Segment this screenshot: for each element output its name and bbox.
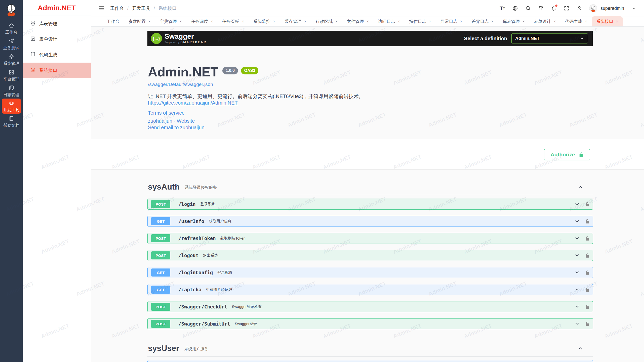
- tab-close-icon[interactable]: ×: [585, 19, 587, 24]
- operation-row[interactable]: POST /Swagger/SubmitUrl Swagger登录: [147, 318, 593, 329]
- chevron-down-icon[interactable]: [574, 304, 580, 309]
- operation-row[interactable]: GET /captcha 生成图片验证码: [147, 284, 593, 295]
- chevron-down-icon[interactable]: [574, 201, 580, 207]
- lock-icon[interactable]: [585, 287, 589, 292]
- tab-close-icon[interactable]: ×: [335, 19, 338, 24]
- tab-item[interactable]: 表单设计×: [529, 16, 560, 26]
- terms-link[interactable]: Terms of service: [148, 110, 185, 116]
- method-badge: GET: [151, 286, 170, 294]
- lock-icon[interactable]: [585, 304, 589, 309]
- notification-icon[interactable]: [551, 5, 557, 11]
- tab-close-icon[interactable]: ×: [616, 19, 618, 24]
- tab-item[interactable]: 操作日志×: [405, 16, 436, 26]
- tab-item[interactable]: 字典管理×: [155, 16, 186, 26]
- tab-item[interactable]: 库表管理×: [498, 16, 529, 26]
- tab-close-icon[interactable]: ×: [148, 19, 151, 24]
- rail-item-book[interactable]: 帮助文档: [0, 114, 23, 129]
- submenu-item-database[interactable]: 库表管理: [23, 16, 91, 31]
- user-caret-icon[interactable]: [631, 5, 637, 11]
- lock-icon[interactable]: [585, 219, 589, 224]
- tab-item[interactable]: 行政区域×: [311, 16, 342, 26]
- tab-close-icon[interactable]: ×: [367, 19, 369, 24]
- operation-row[interactable]: POST /login 登录系统: [147, 199, 593, 210]
- rail-item-send[interactable]: 业务测试: [0, 36, 23, 52]
- chevron-up-icon[interactable]: [578, 346, 583, 351]
- lock-icon[interactable]: [585, 253, 589, 258]
- tab-item[interactable]: 代码生成×: [560, 16, 592, 26]
- tab-close-icon[interactable]: ×: [522, 19, 525, 24]
- spec-url-link[interactable]: /swagger/Default/swagger.json: [148, 81, 213, 87]
- tab-item[interactable]: 工作台: [102, 16, 124, 26]
- language-icon[interactable]: [512, 5, 518, 11]
- unlock-icon: [579, 152, 583, 157]
- fullscreen-icon[interactable]: [564, 5, 570, 11]
- chevron-down-icon[interactable]: [574, 287, 580, 292]
- lock-icon[interactable]: [585, 236, 589, 241]
- operation-row[interactable]: POST /refreshToken 获取刷新Token: [147, 233, 593, 244]
- chevron-up-icon[interactable]: [578, 184, 583, 190]
- tab-close-icon[interactable]: ×: [179, 19, 182, 24]
- tag-header-sysAuth[interactable]: sysAuth 系统登录授权服务: [147, 179, 593, 195]
- tab-item[interactable]: 任务调度×: [186, 16, 218, 26]
- tab-item[interactable]: 文件管理×: [342, 16, 374, 26]
- repo-link[interactable]: https://gitee.com/zuohuaijun/Admin.NET: [148, 100, 238, 106]
- collapse-menu-icon[interactable]: [98, 5, 105, 12]
- tab-close-icon[interactable]: ×: [460, 19, 462, 24]
- tab-close-icon[interactable]: ×: [211, 19, 213, 24]
- chevron-down-icon[interactable]: [574, 218, 580, 224]
- operation-row[interactable]: GET /loginConfig 登录配置: [147, 267, 593, 278]
- lock-icon[interactable]: [585, 270, 589, 275]
- submenu-item-form[interactable]: 表单设计: [23, 31, 91, 47]
- chevron-down-icon[interactable]: [574, 270, 580, 275]
- tab-item[interactable]: 差异日志×: [467, 16, 498, 26]
- definition-select[interactable]: Admin.NET: [511, 33, 588, 43]
- rail-item-home[interactable]: 工作台: [0, 21, 23, 36]
- tab-close-icon[interactable]: ×: [491, 19, 494, 24]
- tab-item[interactable]: 系统接口×: [592, 16, 623, 26]
- email-link[interactable]: Send email to zuohuaijun: [148, 124, 205, 131]
- app-logo[interactable]: [0, 0, 23, 20]
- chevron-down-icon[interactable]: [574, 236, 580, 241]
- rail-item-gear[interactable]: 系统管理: [0, 52, 23, 67]
- chevron-down-icon[interactable]: [574, 253, 580, 258]
- tab-item[interactable]: 异常日志×: [436, 16, 467, 26]
- tab-item[interactable]: 缓存管理×: [280, 16, 311, 26]
- tab-close-icon[interactable]: ×: [273, 19, 275, 24]
- tab-close-icon[interactable]: ×: [429, 19, 431, 24]
- tab-item[interactable]: 访问日志×: [374, 16, 405, 26]
- rail-item-chip[interactable]: 开发工具: [2, 99, 21, 114]
- username[interactable]: superadmin: [600, 6, 624, 11]
- tab-close-icon[interactable]: ×: [304, 19, 307, 24]
- authorize-button[interactable]: Authorize: [544, 149, 590, 160]
- breadcrumb-item[interactable]: 开发工具: [132, 5, 150, 11]
- operation-row[interactable]: GET /userInfo 获取用户信息: [147, 216, 593, 227]
- operation-path: /Swagger/CheckUrl: [178, 304, 227, 309]
- tab-item[interactable]: 任务看板×: [218, 16, 249, 26]
- search-icon[interactable]: [525, 5, 531, 11]
- theme-icon[interactable]: [538, 5, 544, 11]
- method-badge: POST: [151, 200, 170, 208]
- lock-icon[interactable]: [585, 321, 589, 327]
- tab-close-icon[interactable]: ×: [242, 19, 244, 24]
- rail-item-grid[interactable]: 平台管理: [0, 67, 23, 83]
- operation-row[interactable]: [147, 360, 593, 362]
- tab-item[interactable]: 系统监控×: [249, 16, 280, 26]
- user-avatar[interactable]: [589, 4, 597, 12]
- lock-icon[interactable]: [585, 202, 589, 207]
- operation-row[interactable]: POST /Swagger/CheckUrl Swagger登录检查: [147, 301, 593, 312]
- submenu-item-code[interactable]: 代码生成: [23, 47, 91, 63]
- tag-header-sysUser[interactable]: sysUser 系统用户服务: [147, 340, 593, 356]
- profile-icon[interactable]: [576, 5, 582, 11]
- rail-item-logs[interactable]: 日志管理: [0, 83, 23, 99]
- chevron-down-icon[interactable]: [574, 321, 580, 327]
- tab-close-icon[interactable]: ×: [553, 19, 556, 24]
- breadcrumb-item[interactable]: 工作台: [110, 5, 124, 11]
- tab-close-icon[interactable]: ×: [398, 19, 400, 24]
- definition-selected-value: Admin.NET: [515, 36, 540, 41]
- tab-item[interactable]: 参数配置×: [124, 16, 155, 26]
- submenu-item-api[interactable]: 系统接口: [23, 63, 91, 78]
- operation-row[interactable]: POST /logout 退出系统: [147, 250, 593, 261]
- contact-link[interactable]: zuohuaijun - Website: [148, 118, 195, 124]
- swagger-topbar: {…} Swagger Supported bySMARTBEAR Select…: [147, 31, 593, 46]
- font-size-icon[interactable]: TT: [499, 5, 505, 11]
